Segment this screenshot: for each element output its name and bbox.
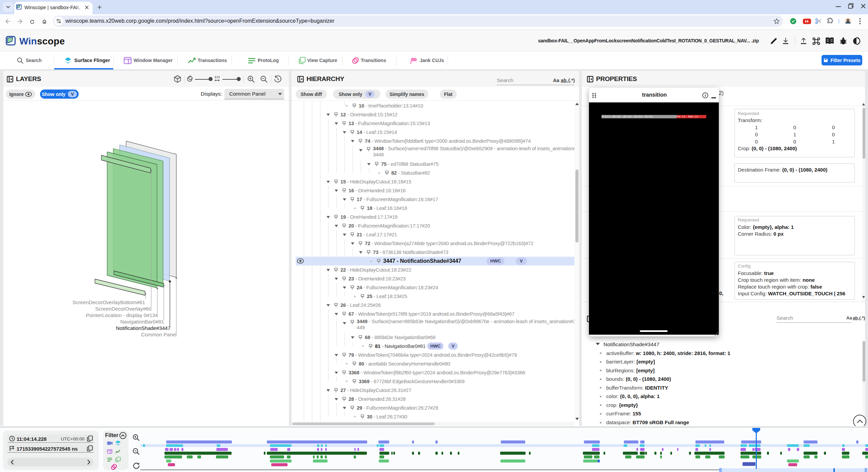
- svg-text:ScreenDecorOverlayBottom#61: ScreenDecorOverlayBottom#61: [73, 299, 145, 305]
- svg-text:NavigationBar0#81: NavigationBar0#81: [120, 319, 164, 324]
- svg-text:NotificationShade#3447: NotificationShade#3447: [116, 325, 171, 331]
- svg-text:Common Panel: Common Panel: [141, 332, 177, 337]
- svg-text:ScreenDecorOverlay#60: ScreenDecorOverlay#60: [95, 306, 152, 312]
- svg-text:PointerLocation - display 0#13: PointerLocation - display 0#134: [86, 312, 158, 318]
